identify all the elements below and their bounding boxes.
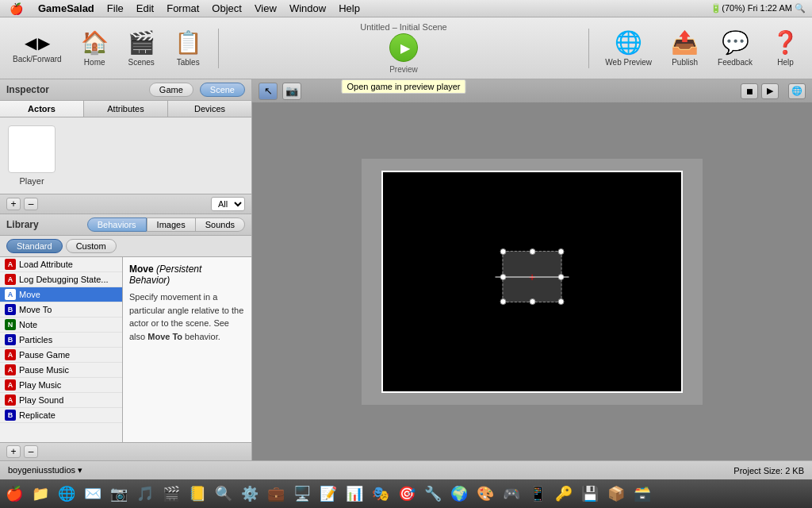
dock-charts[interactable]: 📊 — [342, 481, 367, 506]
dock-phone[interactable]: 📱 — [525, 481, 550, 506]
scene-area: ↖ 📷 ⏹ ▶ 🌐 + — [252, 79, 812, 460]
lib-badge-a: A — [5, 274, 16, 285]
dock-package[interactable]: 📦 — [603, 481, 629, 506]
menu-view[interactable]: View — [248, 0, 283, 17]
dock-contacts[interactable]: 📒 — [185, 481, 210, 506]
feedback-icon: 💬 — [722, 29, 749, 56]
dock-browser[interactable]: 🌐 — [54, 481, 79, 506]
dock-briefcase[interactable]: 💼 — [263, 481, 289, 506]
apple-menu[interactable]: 🍎 — [0, 2, 32, 15]
inspector-scene-button[interactable]: Scene — [200, 83, 245, 97]
lib-subtab-custom[interactable]: Custom — [66, 239, 117, 253]
help-button[interactable]: ❓ Help — [765, 26, 806, 70]
inspector-filter-select[interactable]: All — [211, 197, 245, 211]
inspector-add-button[interactable]: + — [6, 198, 21, 210]
lib-item-move-to[interactable]: B Move To — [0, 302, 122, 318]
actor-player[interactable]: Player — [8, 125, 56, 186]
dock-finder[interactable]: 🍎 — [2, 481, 27, 506]
dock-settings[interactable]: ⚙️ — [237, 481, 262, 506]
help-label: Help — [777, 58, 794, 67]
web-preview-button[interactable]: 🌐 Web Preview — [599, 26, 658, 70]
lib-remove-button[interactable]: – — [24, 445, 38, 458]
dock-camera[interactable]: 📷 — [106, 481, 132, 506]
handle-top-left[interactable] — [500, 248, 507, 255]
lib-item-play-music[interactable]: A Play Music — [0, 378, 122, 393]
library-title: Library — [6, 219, 87, 230]
lib-item-load-attribute[interactable]: A Load Attribute — [0, 257, 122, 272]
lib-tab-images[interactable]: Images — [147, 217, 196, 232]
lib-tab-behaviors[interactable]: Behaviors — [87, 217, 147, 232]
dock-art[interactable]: 🎨 — [473, 481, 498, 506]
inspector-game-button[interactable]: Game — [149, 83, 193, 97]
handle-bottom-left[interactable] — [500, 298, 507, 305]
tab-attributes[interactable]: Attributes — [84, 101, 168, 117]
lib-item-note[interactable]: N Note — [0, 318, 122, 333]
back-forward-button[interactable]: ◀ ▶ Back/Forward — [6, 30, 68, 67]
lib-tab-sounds[interactable]: Sounds — [196, 217, 245, 232]
dock-music[interactable]: 🎵 — [132, 481, 158, 506]
menu-edit[interactable]: Edit — [130, 0, 160, 17]
dock-key[interactable]: 🔑 — [551, 481, 576, 506]
preview-button[interactable] — [389, 33, 418, 62]
lib-item-pause-music[interactable]: A Pause Music — [0, 363, 122, 378]
dock-disk[interactable]: 💾 — [577, 481, 603, 506]
scene-stop-button[interactable]: ⏹ — [741, 83, 758, 99]
dock-game[interactable]: 🎮 — [499, 481, 524, 506]
home-button[interactable]: 🏠 Home — [75, 26, 115, 70]
dock-monitor[interactable]: 🖥️ — [289, 481, 315, 506]
handle-top-right[interactable] — [558, 248, 565, 255]
scene-globe-button[interactable]: 🌐 — [788, 83, 806, 99]
scene-canvas[interactable]: + — [252, 103, 812, 460]
select-tool[interactable]: ↖ — [259, 83, 278, 100]
dock-mail[interactable]: ✉️ — [80, 481, 105, 506]
dock-box[interactable]: 🗃️ — [630, 481, 655, 506]
lib-item-move[interactable]: A Move — [0, 287, 122, 302]
lib-item-label: Pause Game — [19, 350, 70, 360]
lib-item-pause-game[interactable]: A Pause Game — [0, 348, 122, 363]
handle-bottom-center[interactable] — [529, 298, 535, 305]
actor-thumbnail — [8, 125, 56, 173]
menu-window[interactable]: Window — [283, 0, 332, 17]
lib-badge-b: B — [5, 334, 16, 345]
menu-gamesalad[interactable]: GameSalad — [32, 0, 101, 17]
scenes-button[interactable]: 🎬 Scenes — [121, 26, 162, 70]
lib-add-button[interactable]: + — [6, 445, 21, 458]
inspector-title: Inspector — [6, 84, 143, 95]
dock-tools[interactable]: 🔧 — [420, 481, 446, 506]
dock-globe[interactable]: 🌍 — [446, 481, 472, 506]
scene-inner[interactable]: + — [381, 171, 683, 393]
dock-notes[interactable]: 📝 — [316, 481, 341, 506]
menu-object[interactable]: Object — [205, 0, 248, 17]
inspector-remove-button[interactable]: – — [24, 198, 38, 210]
preview-area: Preview Open game in preview player — [389, 33, 418, 74]
lib-item-log-debugging[interactable]: A Log Debugging State... — [0, 272, 122, 287]
tables-button[interactable]: 📋 Tables — [168, 26, 209, 70]
publish-button[interactable]: 📤 Publish — [665, 26, 705, 70]
camera-tool[interactable]: 📷 — [282, 83, 301, 100]
handle-top-center[interactable] — [529, 248, 535, 255]
handle-bottom-right[interactable] — [558, 298, 565, 305]
menu-file[interactable]: File — [101, 0, 130, 17]
feedback-button[interactable]: 💬 Feedback — [711, 26, 759, 70]
lib-item-play-sound[interactable]: A Play Sound — [0, 393, 122, 408]
menu-format[interactable]: Format — [160, 0, 205, 17]
game-actor[interactable]: + — [503, 251, 562, 302]
lib-item-label: Move — [19, 290, 40, 299]
dock-search[interactable]: 🔍 — [211, 481, 236, 506]
dock-theater[interactable]: 🎭 — [368, 481, 393, 506]
lib-badge-a-selected: A — [5, 289, 16, 300]
statusbar-left[interactable]: boygeniusstudios ▾ — [8, 465, 82, 475]
dock-video[interactable]: 🎬 — [159, 481, 184, 506]
lib-bottom-bar: + – — [0, 442, 251, 460]
lib-badge-b: B — [5, 304, 16, 315]
dock-folder[interactable]: 📁 — [28, 481, 53, 506]
scene-play-button[interactable]: ▶ — [761, 83, 779, 99]
tab-devices[interactable]: Devices — [168, 101, 251, 117]
lib-item-replicate[interactable]: B Replicate — [0, 408, 122, 423]
lib-subtab-standard[interactable]: Standard — [6, 239, 63, 253]
toolbar-right: 🌐 Web Preview 📤 Publish 💬 Feedback ❓ Hel… — [599, 26, 806, 70]
tab-actors[interactable]: Actors — [0, 101, 84, 117]
menu-help[interactable]: Help — [332, 0, 366, 17]
dock-target[interactable]: 🎯 — [394, 481, 419, 506]
lib-item-particles[interactable]: B Particles — [0, 333, 122, 348]
